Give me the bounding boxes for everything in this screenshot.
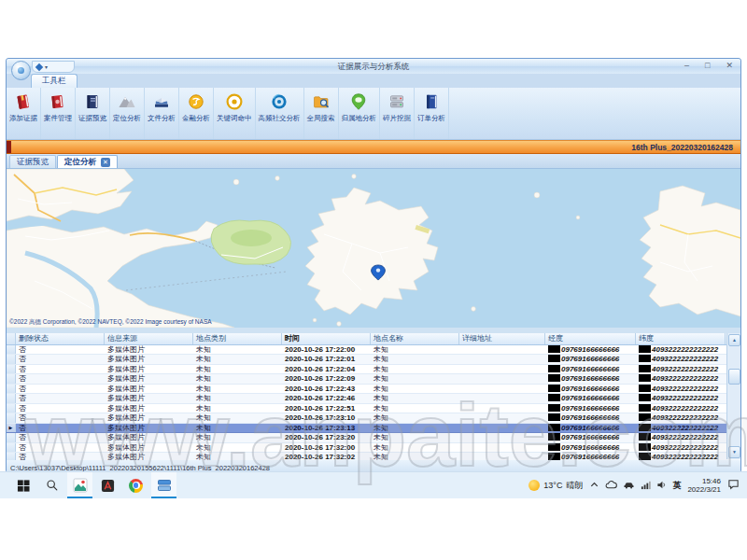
row-selector-cell (7, 433, 16, 441)
taskbar-clock[interactable]: 15:46 2022/3/21 (687, 477, 721, 494)
table-cell: 未知 (193, 453, 282, 460)
global-search-icon (312, 90, 331, 114)
table-cell: 4093222222222222 (636, 394, 726, 402)
map-canvas (7, 169, 740, 328)
table-cell: 09769166666666 (545, 355, 636, 363)
toolbar-button-keyword-hit[interactable]: 关键词命中 (214, 88, 256, 139)
taskbar: 13°C 晴朗 英 15:46 2022/3/21 (0, 471, 747, 498)
taskbar-app-acrobat[interactable] (95, 472, 120, 498)
toolbar-button-order-analysis[interactable]: 订单分析 (415, 88, 449, 139)
toolbar-button-label: 订单分析 (417, 114, 445, 123)
network-icon[interactable] (641, 477, 651, 494)
scroll-up-icon[interactable]: ▲ (728, 334, 740, 346)
table-cell: 09769166666666 (545, 424, 636, 432)
toolbar-button-finance-analysis[interactable]: 金融分析 (179, 88, 214, 139)
search-button[interactable] (39, 472, 64, 498)
evidence-preview-icon (83, 90, 102, 114)
toolbar-button-add-evidence[interactable]: 添加证据 (7, 88, 41, 139)
table-row[interactable]: 否多媒体图片未知2020-10-26 17:22:51未知09769166666… (7, 404, 740, 413)
table-cell (459, 374, 545, 383)
fragment-mining-icon (388, 90, 406, 114)
row-selector-cell (7, 453, 16, 460)
column-header-5[interactable]: 详细地址 (459, 333, 545, 344)
redaction-box (639, 443, 651, 451)
toolbar-button-social-analysis[interactable]: 高频社交分析 (256, 88, 304, 139)
taskbar-app-chrome[interactable] (123, 472, 148, 498)
scrollbar-thumb[interactable] (728, 369, 740, 385)
table-cell: 否 (16, 404, 105, 413)
tab-close-icon[interactable]: ✕ (101, 158, 110, 167)
doc-tab-label: 定位分析 (64, 157, 96, 168)
taskbar-app-stack[interactable] (151, 472, 176, 498)
clock-time: 15:46 (687, 477, 721, 485)
column-header-4[interactable]: 地点名称 (371, 333, 459, 344)
row-selector-cell (7, 385, 16, 393)
table-cell: 多媒体图片 (105, 394, 193, 402)
column-header-2[interactable]: 地点类别 (193, 333, 282, 344)
sun-icon (529, 480, 540, 491)
volume-icon[interactable] (656, 477, 667, 494)
toolbar-button-global-search[interactable]: 全局搜索 (304, 88, 339, 139)
column-header-3[interactable]: 时间 (282, 333, 371, 344)
ime-indicator[interactable]: 英 (672, 480, 681, 492)
toolbar-button-file-analysis[interactable]: 文件分析 (145, 88, 179, 139)
doc-tab-1[interactable]: 定位分析✕ (57, 155, 118, 168)
table-row[interactable]: 否多媒体图片未知2020-10-26 17:23:10未知09769166666… (7, 413, 740, 423)
location-table: 删除状态信息来源地点类别时间地点名称详细地址经度纬度 否多媒体图片未知2020-… (7, 333, 740, 459)
case-name: 16th Plus_20220320162428 (11, 143, 740, 152)
table-cell: 09769166666666 (545, 394, 636, 402)
scroll-down-icon[interactable]: ▼ (728, 446, 740, 458)
action-center-icon[interactable] (727, 477, 740, 494)
minimize-button[interactable]: – (684, 61, 689, 71)
toolbar-button-label: 证据预览 (78, 114, 106, 123)
taskbar-weather[interactable]: 13°C 晴朗 (529, 480, 583, 492)
window-controls: – □ ✕ (684, 61, 733, 71)
table-row[interactable]: ▶否多媒体图片未知2020-10-26 17:23:13未知0976916666… (7, 424, 740, 433)
ribbon-tab-toolbar[interactable]: 工具栏 (31, 74, 78, 88)
column-header-7[interactable]: 纬度 (636, 333, 726, 344)
toolbar-button-fragment-mining[interactable]: 碎片挖掘 (380, 88, 415, 139)
chevron-up-icon[interactable] (589, 477, 599, 494)
column-header-6[interactable]: 经度 (545, 333, 636, 344)
table-cell: 未知 (193, 413, 282, 422)
table-cell (459, 365, 545, 373)
table-row[interactable]: 否多媒体图片未知2020-10-26 17:23:20未知09769166666… (7, 433, 740, 442)
redaction-box (548, 374, 560, 382)
table-cell: 否 (16, 394, 105, 402)
start-button[interactable] (11, 472, 36, 498)
table-row[interactable]: 否多媒体图片未知2020-10-26 17:22:01未知09769166666… (7, 355, 740, 364)
table-cell: 4093222222222222 (636, 433, 726, 441)
map-view[interactable]: ©2022 高德 Corporation, ©2022 NAVTEQ, ©202… (7, 168, 740, 328)
table-row[interactable]: 否多媒体图片未知2020-10-26 17:22:46未知09769166666… (7, 394, 740, 403)
table-cell: 否 (16, 355, 105, 363)
car-icon[interactable] (623, 477, 635, 494)
taskbar-app-evidence[interactable] (67, 472, 92, 498)
app-menu-orb[interactable] (11, 61, 31, 80)
table-row[interactable]: 否多媒体图片未知2020-10-26 17:32:00未知09769166666… (7, 443, 740, 453)
table-cell: 2020-10-26 17:22:01 (282, 355, 371, 363)
table-row[interactable]: 否多媒体图片未知2020-10-26 17:22:43未知09769166666… (7, 385, 740, 394)
maximize-button[interactable]: □ (705, 61, 710, 71)
table-row[interactable]: 否多媒体图片未知2020-10-26 17:32:02未知09769166666… (7, 453, 740, 460)
toolbar-button-case-management[interactable]: 案件管理 (41, 88, 76, 139)
toolbar-button-attribution-analysis[interactable]: 归属地分析 (339, 88, 381, 139)
cloud-icon[interactable] (605, 477, 617, 494)
row-selector-cell (7, 345, 16, 354)
table-row[interactable]: 否多媒体图片未知2020-10-26 17:22:09未知09769166666… (7, 374, 740, 384)
table-row[interactable]: 否多媒体图片未知2020-10-26 17:22:00未知09769166666… (7, 345, 740, 355)
table-cell: 09769166666666 (545, 345, 636, 354)
doc-tab-0[interactable]: 证据预览 (9, 155, 56, 168)
ribbon-tabstrip: 工具栏 (7, 74, 740, 88)
close-button[interactable]: ✕ (726, 61, 733, 71)
header-selector-cell (7, 333, 16, 344)
table-cell: 多媒体图片 (105, 443, 193, 452)
toolbar-button-location-analysis[interactable]: 定位分析 (110, 88, 145, 139)
column-header-1[interactable]: 信息来源 (105, 333, 193, 344)
table-cell: 未知 (193, 443, 282, 452)
vertical-scrollbar[interactable]: ▲ ▼ (726, 333, 740, 459)
toolbar-button-evidence-preview[interactable]: 证据预览 (76, 88, 110, 139)
table-row[interactable]: 否多媒体图片未知2020-10-26 17:22:04未知09769166666… (7, 365, 740, 374)
column-header-0[interactable]: 删除状态 (16, 333, 105, 344)
clock-date: 2022/3/21 (687, 485, 721, 494)
table-cell: 4093222222222222 (636, 365, 726, 373)
